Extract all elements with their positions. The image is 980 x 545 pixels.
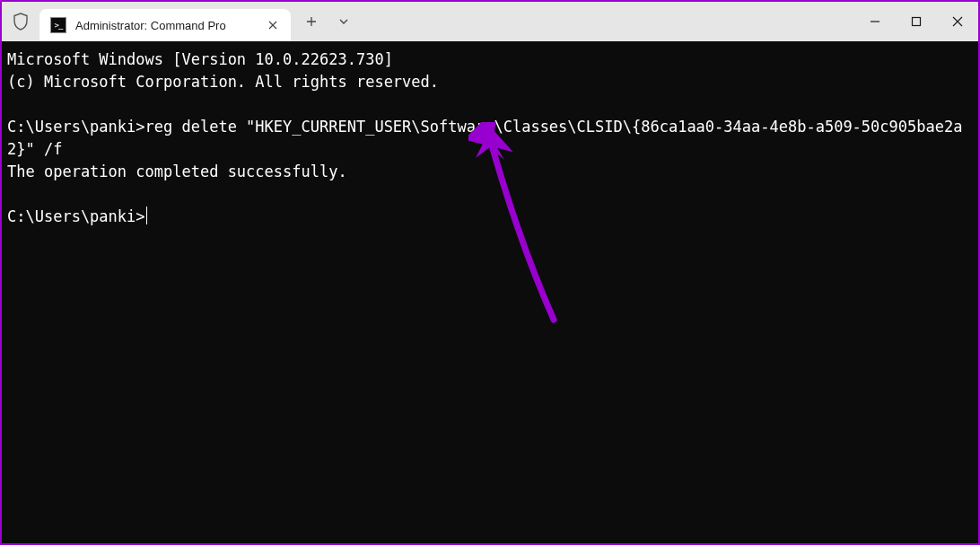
tab-active[interactable]: >_ Administrator: Command Pro: [39, 9, 291, 41]
terminal-prompt: C:\Users\panki>: [7, 207, 145, 225]
terminal-line: Microsoft Windows [Version 10.0.22623.73…: [7, 50, 393, 68]
text-cursor: [146, 207, 148, 224]
titlebar-drag-area[interactable]: [359, 2, 854, 41]
terminal-line: (c) Microsoft Corporation. All rights re…: [7, 73, 439, 91]
close-button[interactable]: [937, 2, 978, 41]
app-icon-slot: [2, 2, 39, 41]
terminal-command: reg delete "HKEY_CURRENT_USER\Software\C…: [7, 118, 962, 158]
svg-rect-0: [913, 18, 921, 26]
tab-close-button[interactable]: [264, 16, 282, 34]
maximize-button[interactable]: [896, 2, 937, 41]
command-prompt-icon: >_: [50, 17, 66, 33]
shield-icon: [13, 13, 29, 31]
tab-actions: [291, 2, 359, 41]
titlebar[interactable]: >_ Administrator: Command Pro: [2, 2, 978, 41]
terminal-body[interactable]: Microsoft Windows [Version 10.0.22623.73…: [2, 41, 978, 543]
tab-title: Administrator: Command Pro: [75, 19, 255, 32]
window-controls: [854, 2, 978, 41]
tab-strip: >_ Administrator: Command Pro: [39, 2, 291, 41]
terminal-prompt: C:\Users\panki>: [7, 118, 145, 136]
annotation-arrow-icon: [468, 122, 576, 329]
new-tab-button[interactable]: [296, 8, 327, 35]
terminal-window: >_ Administrator: Command Pro: [0, 0, 980, 545]
minimize-button[interactable]: [854, 2, 896, 41]
terminal-output: The operation completed successfully.: [7, 163, 347, 180]
tab-dropdown-button[interactable]: [328, 8, 359, 35]
